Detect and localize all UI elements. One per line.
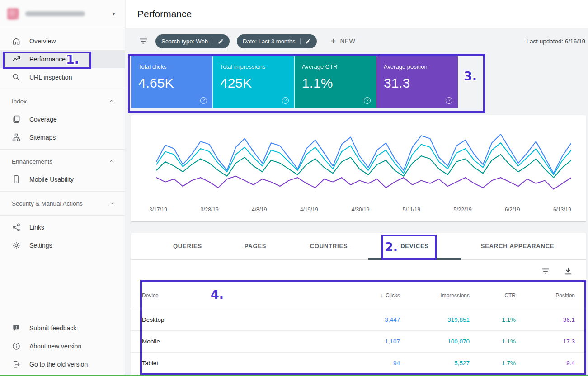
sidebar-section-enhancements[interactable]: Enhancements [0,152,125,170]
metric-cards-row: Total clicks 4.65K ? Total impressions 4… [131,56,588,108]
clicks-cell: 94 [285,352,400,374]
main-area: Performance Search type: Web Date: Last … [126,0,588,376]
filter-list-icon[interactable] [138,36,148,46]
column-header-position[interactable]: Position [516,282,586,309]
table-row-tablet[interactable]: Tablet 94 5,527 1.7% 9.4 [131,352,586,374]
tab-queries[interactable]: QUERIES [154,233,221,259]
feedback-icon [12,324,21,333]
sidebar-item-coverage[interactable]: Coverage [0,110,125,128]
x-axis-label: 5/11/19 [403,207,420,213]
sidebar-section-security-manual-actions[interactable]: Security & Manual Actions [0,194,125,212]
sidebar-item-label: Settings [29,242,52,249]
sidebar-item-label: Performance [29,56,66,63]
dimension-tabs: QUERIES PAGES COUNTRIES DEVICES SEARCH A… [131,233,586,260]
search-console-app: ▼ Overview Performance URL inspection In… [0,0,588,376]
chart-plot [156,127,571,200]
table-row-mobile[interactable]: Mobile 1,107 100,070 1.1% 17.3 [131,330,586,352]
ctr-cell: 1.1% [470,330,516,352]
date-filter-chip[interactable]: Date: Last 3 months [237,34,317,48]
tab-label: DEVICES [400,243,429,249]
help-icon[interactable]: ? [446,97,452,104]
sidebar-item-label: Go to the old version [29,361,88,368]
x-axis-label: 4/19/19 [300,207,318,213]
x-axis-label: 4/8/19 [252,207,267,213]
search-type-filter-chip[interactable]: Search type: Web [155,34,230,48]
sidebar: ▼ Overview Performance URL inspection In… [0,0,125,376]
help-icon[interactable]: ? [200,97,207,104]
download-icon[interactable] [563,266,573,276]
position-cell: 17.3 [516,330,586,352]
sitemaps-icon [12,133,21,142]
sidebar-item-about-new-version[interactable]: About new version [0,337,125,355]
ctr-cell: 1.7% [470,352,516,374]
help-icon[interactable]: ? [282,97,289,104]
sidebar-item-go-to-old-version[interactable]: Go to the old version [0,355,125,373]
column-header-impressions[interactable]: Impressions [400,282,470,309]
section-label: Index [12,98,27,105]
sidebar-section-index[interactable]: Index [0,92,125,110]
chevron-up-icon [108,158,115,164]
smartphone-icon [12,175,21,184]
help-icon[interactable]: ? [364,97,371,104]
new-filter-button[interactable]: + NEW [330,36,355,47]
tab-pages[interactable]: PAGES [221,233,289,259]
metric-label: Total impressions [220,63,287,70]
sort-descending-icon: ↓ [380,292,383,299]
edit-pencil-icon[interactable] [213,38,224,44]
edit-pencil-icon[interactable] [300,38,311,44]
metric-value: 31.3 [384,75,451,91]
sidebar-item-label: Links [29,224,44,231]
sidebar-nav: Overview Performance URL inspection Inde… [0,28,125,254]
divider [0,191,125,192]
metric-card-average-position[interactable]: Average position 31.3 ? [376,56,458,108]
sidebar-item-label: About new version [29,343,81,350]
metric-label: Average position [384,63,451,70]
performance-chart-card: 3/17/193/28/194/8/194/19/194/30/195/11/1… [131,115,586,221]
dimension-table-card: QUERIES PAGES COUNTRIES DEVICES SEARCH A… [131,233,586,376]
page-title: Performance [137,9,192,19]
metric-card-total-clicks[interactable]: Total clicks 4.65K ? [131,56,212,108]
tab-devices[interactable]: DEVICES [368,233,461,259]
sidebar-item-settings[interactable]: Settings [0,236,125,254]
sidebar-item-performance[interactable]: Performance [0,50,125,68]
exit-icon [12,360,21,369]
sidebar-footer: Submit feedback About new version Go to … [0,319,125,373]
sidebar-item-links[interactable]: Links [0,218,125,236]
impressions-cell: 5,527 [400,352,470,374]
sidebar-item-label: Mobile Usability [29,176,74,183]
property-selector[interactable]: ▼ [0,0,125,28]
sidebar-item-url-inspection[interactable]: URL inspection [0,68,125,86]
info-icon [12,342,21,351]
x-axis-label: 3/17/19 [149,207,167,213]
gear-icon [12,241,21,250]
x-axis-label: 3/28/19 [201,207,219,213]
new-button-label: NEW [340,38,355,45]
column-header-device[interactable]: Device [131,282,285,309]
plus-icon: + [330,36,336,47]
table-row-desktop[interactable]: Desktop 3,447 319,851 1.1% 36.1 [131,309,586,330]
sidebar-item-overview[interactable]: Overview [0,32,125,50]
device-cell: Desktop [131,309,285,330]
ctr-cell: 1.1% [470,309,516,330]
sidebar-item-label: Sitemaps [29,134,56,141]
tab-label: SEARCH APPEARANCE [481,243,555,249]
devices-table: Device ↓Clicks Impressions CTR Position … [131,282,586,374]
column-label: Clicks [386,292,400,299]
sidebar-item-label: Submit feedback [29,324,76,332]
column-header-ctr[interactable]: CTR [470,282,516,309]
sidebar-item-mobile-usability[interactable]: Mobile Usability [0,170,125,188]
metric-value: 4.65K [138,75,205,91]
tab-countries[interactable]: COUNTRIES [289,233,368,259]
table-toolbar [131,260,586,282]
property-name-blurred [25,11,85,16]
metric-card-total-impressions[interactable]: Total impressions 425K ? [213,56,294,108]
sidebar-item-submit-feedback[interactable]: Submit feedback [0,319,125,337]
tab-search-appearance[interactable]: SEARCH APPEARANCE [461,233,574,259]
sidebar-item-label: URL inspection [29,74,72,81]
sidebar-item-sitemaps[interactable]: Sitemaps [0,128,125,146]
section-label: Enhancements [12,158,52,165]
filter-list-icon[interactable] [541,266,550,276]
x-axis-label: 6/2/19 [505,207,520,213]
metric-card-average-ctr[interactable]: Average CTR 1.1% ? [295,56,376,108]
column-header-clicks[interactable]: ↓Clicks [285,282,400,309]
